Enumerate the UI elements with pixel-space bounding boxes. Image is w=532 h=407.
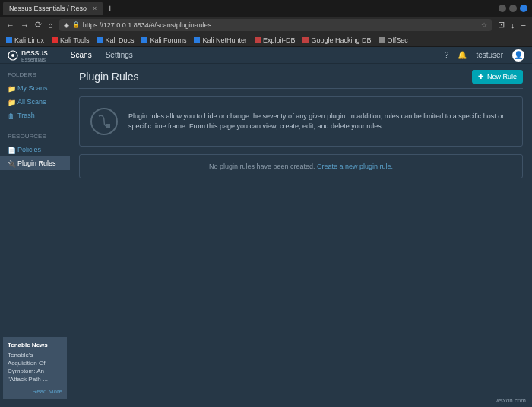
lock-icon: 🔒 [72,21,80,28]
forward-icon[interactable]: → [21,21,29,30]
reload-icon[interactable]: ⟳ [35,20,42,30]
download-icon[interactable]: ↓ [511,21,515,30]
plugin-icon: 🔌 [8,160,14,166]
bookmark-label: Kali Forums [150,36,186,44]
new-rule-label: New Rule [487,73,517,80]
shield-icon: ◈ [64,21,69,29]
news-card: Tenable News Tenable's Acquisition Of Cy… [3,337,67,399]
bookmark-label: OffSec [388,36,408,44]
close-window-icon[interactable] [520,5,527,12]
help-icon[interactable]: ? [445,51,449,59]
bookmark-icon [6,37,12,43]
bookmark-item[interactable]: Kali NetHunter [194,36,247,44]
bookmark-label: Kali Tools [60,36,89,44]
bookmark-icon [302,37,309,43]
username[interactable]: testuser [476,51,503,59]
folder-icon: 📁 [8,85,14,91]
svg-rect-2 [106,124,110,128]
brand-name: nessus [21,48,48,57]
bookmark-item[interactable]: Kali Tools [52,36,89,44]
pocket-icon[interactable]: ⊡ [498,20,505,30]
sidebar-item-label: Trash [17,112,35,119]
bookmark-icon [379,37,385,43]
plugin-rules-icon [90,108,118,135]
maximize-icon[interactable] [509,5,517,12]
svg-point-1 [11,54,14,57]
sidebar-section-resources: RESOURCES [0,130,70,143]
sidebar-item-my-scans[interactable]: 📁My Scans [0,81,70,95]
home-icon[interactable]: ⌂ [48,21,53,30]
sidebar: FOLDERS 📁My Scans 📁All Scans 🗑Trash RESO… [0,64,70,407]
sidebar-item-plugin-rules[interactable]: 🔌Plugin Rules [0,156,70,170]
info-box: Plugin rules allow you to hide or change… [79,96,523,147]
document-icon: 📄 [8,147,14,153]
empty-prefix: No plugin rules have been created. [209,162,317,170]
logo-icon [8,50,18,61]
news-heading: Tenable News [8,342,62,349]
bookmark-label: Kali Docs [105,36,134,44]
watermark: wsxdn.com [496,397,526,404]
sidebar-item-label: Plugin Rules [17,159,56,167]
header-right: ? 🔔 testuser 👤 [445,49,524,62]
bookmark-icon [97,37,103,43]
sidebar-item-label: Policies [17,146,41,153]
browser-toolbar: ← → ⟳ ⌂ ◈ 🔒 https://127.0.0.1:8834/#/sca… [0,17,532,33]
sidebar-item-all-scans[interactable]: 📁All Scans [0,95,70,109]
bookmark-icon [52,37,58,43]
bookmark-label: Kali NetHunter [202,36,247,44]
bookmark-label: Kali Linux [14,36,44,44]
info-text: Plugin rules allow you to hide or change… [128,112,511,132]
sidebar-item-label: All Scans [17,98,46,106]
news-read-more[interactable]: Read More [8,388,62,395]
tab-title: Nessus Essentials / Reso [9,5,87,12]
bookmark-label: Exploit-DB [263,36,296,44]
page-header: Plugin Rules ✚ New Rule [79,70,523,89]
bookmarks-bar: Kali Linux Kali Tools Kali Docs Kali For… [0,33,532,47]
close-icon[interactable]: × [93,5,97,12]
news-body: Tenable's Acquisition Of Cymptom: An "At… [8,352,62,383]
menu-icon[interactable]: ≡ [521,21,526,30]
bookmark-star-icon[interactable]: ☆ [481,21,487,29]
avatar[interactable]: 👤 [512,49,524,62]
bookmark-item[interactable]: Kali Docs [97,36,134,44]
new-tab-button[interactable]: + [107,3,112,14]
nessus-logo[interactable]: nessus Essentials [8,48,48,62]
bookmark-item[interactable]: Exploit-DB [255,36,296,44]
brand-sub: Essentials [21,57,48,62]
bookmark-icon [255,37,261,43]
url-bar[interactable]: ◈ 🔒 https://127.0.0.1:8834/#/scans/plugi… [59,19,492,31]
window-controls [499,5,527,12]
back-icon[interactable]: ← [6,21,14,30]
url-text: https://127.0.0.1:8834/#/scans/plugin-ru… [83,21,212,29]
bookmark-item[interactable]: Google Hacking DB [302,36,371,44]
browser-tab-strip: Nessus Essentials / Reso × + [0,0,532,17]
create-rule-link[interactable]: Create a new plugin rule. [317,162,393,170]
nav-scans[interactable]: Scans [71,51,92,59]
browser-tab[interactable]: Nessus Essentials / Reso × [3,2,103,15]
sidebar-item-label: My Scans [17,84,48,92]
bookmark-item[interactable]: Kali Linux [6,36,44,44]
empty-state: No plugin rules have been created. Creat… [79,154,523,178]
page-title: Plugin Rules [79,71,139,83]
notification-icon[interactable]: 🔔 [458,51,467,59]
plus-icon: ✚ [478,73,484,80]
bookmark-item[interactable]: Kali Forums [141,36,186,44]
sidebar-item-policies[interactable]: 📄Policies [0,143,70,156]
app-header: nessus Essentials Scans Settings ? 🔔 tes… [0,47,532,64]
content-area: Plugin Rules ✚ New Rule Plugin rules all… [70,64,532,407]
nav-settings[interactable]: Settings [106,51,133,59]
minimize-icon[interactable] [499,5,506,12]
app-nav: Scans Settings [71,51,133,59]
sidebar-section-folders: FOLDERS [0,68,70,81]
trash-icon: 🗑 [8,112,14,118]
bookmark-icon [141,37,147,43]
sidebar-item-trash[interactable]: 🗑Trash [0,109,70,122]
main-layout: FOLDERS 📁My Scans 📁All Scans 🗑Trash RESO… [0,64,532,407]
new-rule-button[interactable]: ✚ New Rule [472,70,523,84]
bookmark-label: Google Hacking DB [311,36,371,44]
folder-icon: 📁 [8,99,14,105]
bookmark-item[interactable]: OffSec [379,36,408,44]
bookmark-icon [194,37,200,43]
